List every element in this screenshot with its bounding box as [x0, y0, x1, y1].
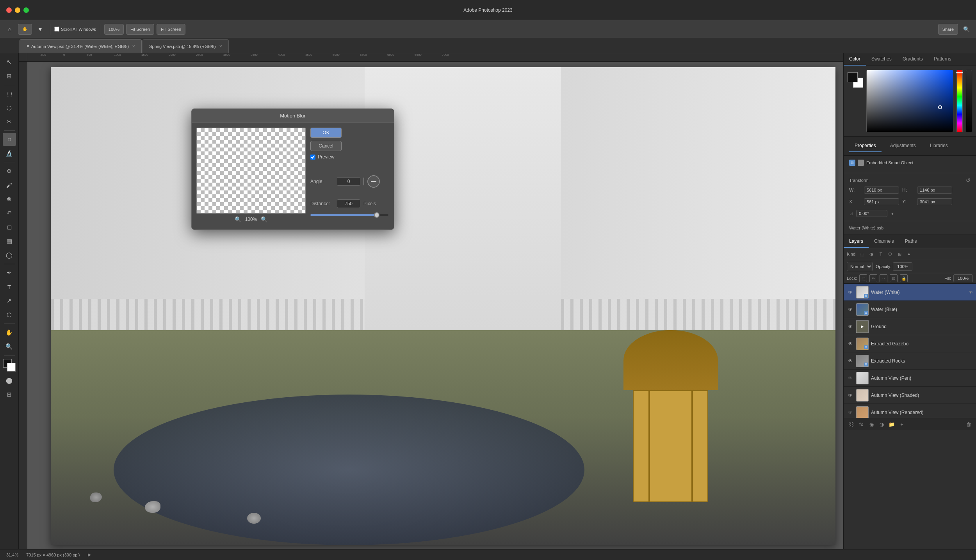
preview-checkbox[interactable]	[310, 155, 315, 160]
angle-dropdown[interactable]: ▼	[891, 212, 894, 216]
layer-vis-water-white[interactable]: 👁	[847, 289, 854, 296]
layer-vis-water-blue[interactable]: 👁	[847, 306, 854, 313]
crop-tool[interactable]: ⌗	[3, 133, 16, 146]
tool-options-dropdown[interactable]: ▼	[34, 24, 46, 35]
layers-tab[interactable]: Layers	[844, 235, 869, 248]
fill-screen-button[interactable]: Fill Screen	[157, 24, 185, 35]
layer-vis-autumn-shaded[interactable]: 👁	[847, 392, 854, 399]
height-input[interactable]	[917, 187, 952, 194]
move-tool[interactable]: ↖	[3, 55, 16, 69]
add-group-btn[interactable]: 📁	[887, 420, 896, 428]
adjustments-tab[interactable]: Adjustments	[885, 140, 921, 152]
zoom-out-icon[interactable]: 🔍	[235, 216, 241, 222]
distance-input[interactable]	[337, 199, 360, 208]
add-mask-btn[interactable]: ◉	[867, 420, 876, 428]
minimize-button[interactable]	[15, 7, 20, 13]
delete-layer-btn[interactable]: 🗑	[964, 420, 973, 428]
tab-1-close[interactable]: ✕	[132, 44, 135, 48]
layer-item-autumn-rendered[interactable]: 👁 Autumn View (Rendered)	[844, 404, 976, 418]
maximize-button[interactable]	[23, 7, 29, 13]
blur-tool[interactable]: ◯	[3, 249, 16, 262]
patterns-tab[interactable]: Patterns	[928, 53, 957, 66]
filter-pixel-icon[interactable]: ⬚	[858, 250, 866, 258]
add-layer-btn[interactable]: +	[898, 420, 906, 428]
lock-position-btn[interactable]: ↔	[880, 274, 887, 282]
marquee-tool[interactable]: ⬚	[3, 87, 16, 100]
distance-slider-thumb[interactable]	[374, 212, 379, 218]
layer-vis-ground[interactable]: 👁	[847, 323, 854, 330]
pen-tool[interactable]: ✒	[3, 266, 16, 279]
artboard-tool[interactable]: ⊞	[3, 69, 16, 83]
clone-tool[interactable]: ⊗	[3, 192, 16, 206]
channels-tab[interactable]: Channels	[869, 235, 899, 248]
layer-item-extracted-rocks[interactable]: 👁 ⊞ Extracted Rocks	[844, 352, 976, 370]
scroll-windows-label[interactable]: Scroll All Windows	[54, 27, 96, 32]
filter-smart-icon[interactable]: ⊞	[895, 250, 904, 258]
layer-item-extracted-gazebo[interactable]: 👁 ⊞ Extracted Gazebo	[844, 335, 976, 352]
tab-spring-view[interactable]: Spring View.psb @ 15.8% (RGB/8) ✕	[142, 39, 229, 53]
shape-tool[interactable]: ⬡	[3, 308, 16, 322]
hand-tool[interactable]: ✋	[3, 326, 16, 339]
eyedropper-tool[interactable]: 🔬	[3, 147, 16, 160]
blend-mode-select[interactable]: Normal	[847, 262, 873, 271]
rotation-input[interactable]	[856, 210, 887, 217]
angle-wheel[interactable]	[367, 175, 380, 188]
alpha-slider[interactable]	[966, 70, 972, 132]
hand-tool-button[interactable]: ✋	[18, 24, 32, 35]
color-tab[interactable]: Color	[844, 53, 866, 66]
eraser-tool[interactable]: ◻	[3, 220, 16, 234]
expand-btn[interactable]: ▶	[88, 552, 91, 557]
layer-item-water-white[interactable]: 👁 ⊞ Water (White) 👁	[844, 284, 976, 301]
filter-shape-icon[interactable]: ⬡	[886, 250, 894, 258]
cancel-button[interactable]: Cancel	[310, 141, 342, 151]
text-tool[interactable]: T	[3, 280, 16, 293]
color-gradient-picker[interactable]	[866, 70, 953, 132]
history-brush-tool[interactable]: ↶	[3, 206, 16, 220]
lock-transparent-btn[interactable]: ⬚	[859, 274, 867, 282]
tab-close-icon[interactable]: ✕	[26, 44, 30, 49]
path-selection-tool[interactable]: ↗	[3, 294, 16, 308]
background-color[interactable]	[7, 363, 16, 372]
layer-vis-autumn-pen[interactable]: 👁	[847, 375, 854, 382]
angle-input[interactable]	[337, 177, 360, 186]
zoom-tool[interactable]: 🔍	[3, 340, 16, 353]
healing-tool[interactable]: ⊕	[3, 164, 16, 178]
layer-vis-extracted-rocks[interactable]: 👁	[847, 357, 854, 364]
paths-tab[interactable]: Paths	[899, 235, 923, 248]
ok-button[interactable]: OK	[310, 128, 342, 138]
width-input[interactable]	[864, 187, 899, 194]
quick-select-tool[interactable]: ✂	[3, 115, 16, 128]
y-input[interactable]	[917, 198, 952, 205]
add-adjustment-btn[interactable]: ◑	[877, 420, 886, 428]
scroll-windows-checkbox[interactable]	[54, 27, 59, 32]
quick-mask-tool[interactable]: ⬤	[3, 374, 16, 387]
close-button[interactable]	[6, 7, 12, 13]
tab-autumn-view[interactable]: ✕ Autumn View.psd @ 31.4% (Water (White)…	[20, 39, 142, 53]
filter-adjustment-icon[interactable]: ◑	[867, 250, 876, 258]
hue-slider[interactable]	[956, 70, 963, 132]
filter-active-icon[interactable]: ●	[905, 250, 913, 258]
layer-item-autumn-pen[interactable]: 👁 Autumn View (Pen)	[844, 370, 976, 387]
gradients-tab[interactable]: Gradients	[897, 53, 928, 66]
brush-tool[interactable]: 🖌	[3, 178, 16, 192]
layer-item-ground[interactable]: 👁 ▶ Ground	[844, 318, 976, 335]
share-button[interactable]: Share	[938, 24, 958, 35]
search-button[interactable]: 🔍	[960, 24, 972, 35]
swatches-tab[interactable]: Swatches	[866, 53, 897, 66]
opacity-input[interactable]	[893, 262, 912, 271]
layer-vis-extracted-gazebo[interactable]: 👁	[847, 340, 854, 347]
tab-2-close[interactable]: ✕	[219, 44, 222, 48]
layer-item-autumn-shaded[interactable]: 👁 Autumn View (Shaded)	[844, 387, 976, 404]
add-style-btn[interactable]: fx	[857, 420, 866, 428]
lock-pixels-btn[interactable]: ✏	[869, 274, 877, 282]
zoom-level-button[interactable]: 100%	[104, 24, 124, 35]
lock-all-btn[interactable]: 🔒	[900, 274, 908, 282]
distance-slider[interactable]	[310, 214, 388, 216]
x-input[interactable]	[864, 198, 899, 205]
lock-artboard-btn[interactable]: ⊡	[890, 274, 898, 282]
layer-visibility-badge[interactable]: 👁	[969, 290, 973, 295]
zoom-in-icon[interactable]: 🔍	[261, 216, 267, 222]
libraries-tab[interactable]: Libraries	[924, 140, 953, 152]
fit-screen-button[interactable]: Fit Screen	[126, 24, 154, 35]
canvas-image[interactable]: Motion Blur 🔍 100% 🔍	[27, 62, 843, 549]
